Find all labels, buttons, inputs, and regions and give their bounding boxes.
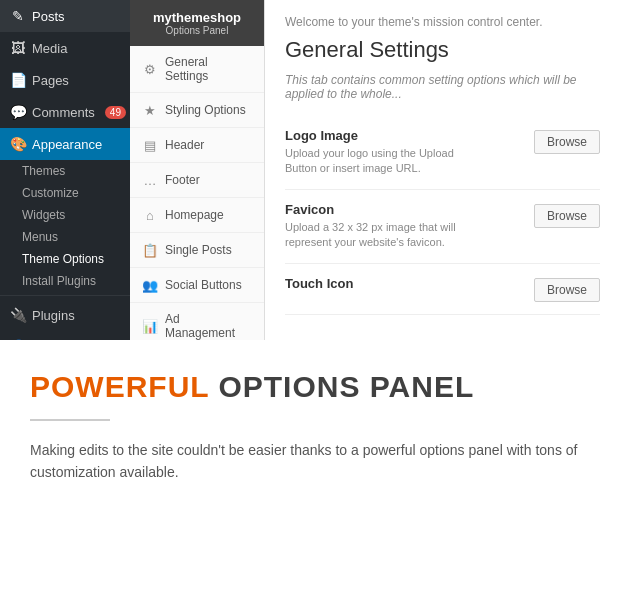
sidebar-item-posts-label: Posts xyxy=(32,9,65,24)
logo-label: Logo Image xyxy=(285,128,524,143)
styling-icon: ★ xyxy=(142,102,158,118)
sidebar-sub-customize[interactable]: Customize xyxy=(0,182,130,204)
panel-menu-social[interactable]: 👥 Social Buttons xyxy=(130,268,264,303)
setting-row-favicon: Favicon Upload a 32 x 32 px image that w… xyxy=(285,190,600,264)
panel-brand: mythemeshop xyxy=(142,10,252,25)
single-posts-icon: 📋 xyxy=(142,242,158,258)
general-settings-icon: ⚙ xyxy=(142,61,158,77)
plugins-icon: 🔌 xyxy=(10,307,26,323)
setting-info-favicon: Favicon Upload a 32 x 32 px image that w… xyxy=(285,202,524,251)
app-wrapper: ✎ Posts 🖼 Media 📄 Pages 💬 Comments 4 xyxy=(0,0,620,615)
sidebar-item-appearance-label: Appearance xyxy=(32,137,102,152)
media-icon: 🖼 xyxy=(10,40,26,56)
setting-row-touch-icon: Touch Icon Browse xyxy=(285,264,600,315)
footer-icon: … xyxy=(142,172,158,188)
appearance-icon: 🎨 xyxy=(10,136,26,152)
favicon-browse-button[interactable]: Browse xyxy=(534,204,600,228)
promo-highlight: POWERFUL xyxy=(30,370,209,403)
sidebar-item-pages[interactable]: 📄 Pages xyxy=(0,64,130,96)
posts-icon: ✎ xyxy=(10,8,26,24)
panel-menu-ads-label: Ad Management xyxy=(165,312,252,340)
panel-menu-general[interactable]: ⚙ General Settings xyxy=(130,46,264,93)
pages-icon: 📄 xyxy=(10,72,26,88)
panel-logo: mythemeshop Options Panel xyxy=(130,0,264,46)
panel-menu-single-posts-label: Single Posts xyxy=(165,243,232,257)
sidebar-item-comments[interactable]: 💬 Comments 49 xyxy=(0,96,130,128)
wp-area: ✎ Posts 🖼 Media 📄 Pages 💬 Comments 4 xyxy=(0,0,620,340)
page-title: General Settings xyxy=(285,37,600,63)
panel-menu-footer[interactable]: … Footer xyxy=(130,163,264,198)
sidebar-separator-1 xyxy=(0,295,130,296)
sidebar-menu: ✎ Posts 🖼 Media 📄 Pages 💬 Comments 4 xyxy=(0,0,130,395)
sidebar-item-appearance[interactable]: 🎨 Appearance xyxy=(0,128,130,160)
wp-sidebar: ✎ Posts 🖼 Media 📄 Pages 💬 Comments 4 xyxy=(0,0,130,340)
sidebar-sub-themes[interactable]: Themes xyxy=(0,160,130,182)
homepage-icon: ⌂ xyxy=(142,207,158,223)
panel-menu-header[interactable]: ▤ Header xyxy=(130,128,264,163)
sidebar-item-plugins-label: Plugins xyxy=(32,308,75,323)
panel-menu-styling-label: Styling Options xyxy=(165,103,246,117)
panel-menu-social-label: Social Buttons xyxy=(165,278,242,292)
touch-icon-label: Touch Icon xyxy=(285,276,524,291)
sidebar-item-posts[interactable]: ✎ Posts xyxy=(0,0,130,32)
panel-content: Welcome to your theme's mission control … xyxy=(265,0,620,340)
panel-menu-footer-label: Footer xyxy=(165,173,200,187)
comments-badge: 49 xyxy=(105,106,126,119)
setting-info-touch-icon: Touch Icon xyxy=(285,276,524,294)
promo-headline: POWERFUL OPTIONS PANEL xyxy=(30,370,590,404)
panel-menu-homepage-label: Homepage xyxy=(165,208,224,222)
touch-icon-browse-button[interactable]: Browse xyxy=(534,278,600,302)
panel-description: This tab contains common setting options… xyxy=(285,73,600,101)
panel-menu-general-label: General Settings xyxy=(165,55,252,83)
ads-icon: 📊 xyxy=(142,318,158,334)
sidebar-sub-install-plugins[interactable]: Install Plugins xyxy=(0,270,130,292)
sidebar-item-media-label: Media xyxy=(32,41,67,56)
promo-divider xyxy=(30,419,110,421)
sidebar-item-plugins[interactable]: 🔌 Plugins xyxy=(0,299,130,331)
panel-sidebar: mythemeshop Options Panel ⚙ General Sett… xyxy=(130,0,265,340)
setting-info-logo: Logo Image Upload your logo using the Up… xyxy=(285,128,524,177)
sidebar-sub-theme-options[interactable]: Theme Options xyxy=(0,248,130,270)
sidebar-item-comments-label: Comments xyxy=(32,105,95,120)
sidebar-sub-widgets[interactable]: Widgets xyxy=(0,204,130,226)
comments-icon: 💬 xyxy=(10,104,26,120)
logo-browse-button[interactable]: Browse xyxy=(534,130,600,154)
panel-menu-homepage[interactable]: ⌂ Homepage xyxy=(130,198,264,233)
panel-sub: Options Panel xyxy=(142,25,252,36)
favicon-hint: Upload a 32 x 32 px image that will repr… xyxy=(285,220,485,251)
header-icon: ▤ xyxy=(142,137,158,153)
panel-menu-single-posts[interactable]: 📋 Single Posts xyxy=(130,233,264,268)
setting-row-logo: Logo Image Upload your logo using the Up… xyxy=(285,116,600,190)
social-icon: 👥 xyxy=(142,277,158,293)
promo-area: POWERFUL OPTIONS PANEL Making edits to t… xyxy=(0,340,620,615)
promo-rest: OPTIONS PANEL xyxy=(209,370,474,403)
panel-menu-styling[interactable]: ★ Styling Options xyxy=(130,93,264,128)
sidebar-item-media[interactable]: 🖼 Media xyxy=(0,32,130,64)
sidebar-item-pages-label: Pages xyxy=(32,73,69,88)
panel-menu-header-label: Header xyxy=(165,138,204,152)
favicon-label: Favicon xyxy=(285,202,524,217)
promo-body: Making edits to the site couldn't be eas… xyxy=(30,439,580,484)
welcome-text: Welcome to your theme's mission control … xyxy=(285,15,600,29)
logo-hint: Upload your logo using the Upload Button… xyxy=(285,146,485,177)
sidebar-sub-menus[interactable]: Menus xyxy=(0,226,130,248)
